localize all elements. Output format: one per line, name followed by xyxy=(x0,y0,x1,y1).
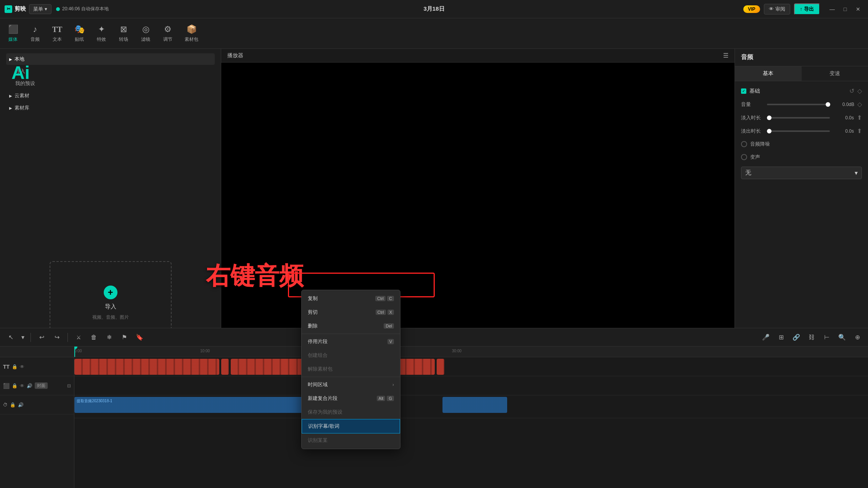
lock-icon-video[interactable]: 🔒 xyxy=(12,383,18,388)
toolbar-material[interactable]: 📦 素材包 xyxy=(185,24,198,43)
zoom-in-btn[interactable]: ⊕ xyxy=(851,331,863,344)
tab-basic[interactable]: 基本 xyxy=(735,66,802,81)
clip-3[interactable] xyxy=(231,359,303,375)
timeline-tracks: TT 🔒 👁 ⬛ 🔒 👁 🔊 封面 ⊟ ⏱ 🔒 🔊 xyxy=(0,347,868,488)
toolbar-text[interactable]: TT 文本 xyxy=(52,24,63,43)
volume-thumb[interactable] xyxy=(826,102,830,107)
select-dropdown[interactable]: ▾ xyxy=(20,331,26,344)
diamond-icon[interactable]: ◇ xyxy=(857,87,862,95)
filter-icon: ◎ xyxy=(140,24,151,35)
fade-out-thumb[interactable] xyxy=(767,129,772,133)
nav-local[interactable]: ▶ 本地 xyxy=(6,53,215,65)
flag-btn[interactable]: 🔖 xyxy=(133,331,146,344)
lib-arrow-icon: ▶ xyxy=(9,106,12,110)
noise-reduce-toggle[interactable] xyxy=(741,141,747,147)
eye-icon-text[interactable]: 👁 xyxy=(20,364,24,369)
divider-1 xyxy=(31,333,31,342)
media-label: 媒体 xyxy=(8,36,18,43)
text-track-icon: TT xyxy=(3,364,10,370)
ctx-new-composite[interactable]: 新建复合片段 Alt G xyxy=(302,392,400,405)
mic-btn[interactable]: 🎤 xyxy=(760,331,772,344)
volume-value: 0.0dB xyxy=(833,102,854,107)
zoom-out-btn[interactable]: 🔍 xyxy=(836,331,848,344)
ctx-time-range[interactable]: 时间区域 › xyxy=(302,378,400,392)
fade-in-up-icon[interactable]: ⬆ xyxy=(857,114,862,121)
material-icon: 📦 xyxy=(186,24,197,35)
ctx-set-my-preset-label: 保存为我的预设 xyxy=(308,409,342,416)
audio-icon-audio[interactable]: 🔊 xyxy=(18,402,24,408)
audio-label: 音频 xyxy=(31,36,40,43)
redo-btn[interactable]: ↪ xyxy=(51,331,63,344)
ruler-mark-30: 30:00 xyxy=(452,349,461,353)
eye-icon-video[interactable]: 👁 xyxy=(20,383,24,388)
timeline-ruler: 0:00 10:00 20:00 30:00 xyxy=(74,347,868,357)
toolbar-transition[interactable]: ⊠ 转场 xyxy=(118,24,129,43)
clip-2[interactable] xyxy=(221,359,229,375)
ctx-cut-shortcut: Ctrl X xyxy=(376,310,394,315)
fade-out-up-icon[interactable]: ⬆ xyxy=(857,127,862,135)
magnet-btn[interactable]: ⊞ xyxy=(775,331,787,344)
nav-material-lib[interactable]: ▶ 素材库 xyxy=(6,102,215,114)
ruler-spacer xyxy=(0,347,74,357)
tab-speed[interactable]: 变速 xyxy=(802,66,868,81)
export-button[interactable]: ↑ 导出 xyxy=(794,3,820,15)
ctx-freeze[interactable]: 停用片段 V xyxy=(302,335,400,348)
sticker-label: 贴纸 xyxy=(75,36,84,43)
fade-in-thumb[interactable] xyxy=(767,116,772,120)
toolbar-audio[interactable]: ♪ 音频 xyxy=(30,24,40,43)
toolbar-sticker[interactable]: 🎭 贴纸 xyxy=(74,24,85,43)
menu-button[interactable]: 菜单 ▾ xyxy=(29,4,51,14)
reset-icon[interactable]: ↺ xyxy=(849,87,854,95)
lock-icon-text[interactable]: 🔒 xyxy=(12,364,18,369)
link-btn[interactable]: 🔗 xyxy=(790,331,802,344)
audio-icon-video[interactable]: 🔊 xyxy=(27,383,32,388)
voice-change-dropdown[interactable]: 无 ▾ xyxy=(741,167,862,179)
toolbar-filter[interactable]: ◎ 滤镜 xyxy=(140,24,151,43)
nav-cloud[interactable]: ▶ 云素材 xyxy=(6,90,215,101)
toolbar-media[interactable]: ⬛ 媒体 xyxy=(8,24,18,43)
basic-checkbox[interactable]: ✓ xyxy=(741,88,746,94)
maximize-button[interactable]: □ xyxy=(840,4,850,14)
toolbar-adjust[interactable]: ⚙ 调节 xyxy=(162,24,173,43)
nav-my-presets[interactable]: 我的预设 xyxy=(6,78,215,89)
volume-slider[interactable] xyxy=(767,104,830,105)
ctx-freeze-shortcut: V xyxy=(387,339,394,344)
context-menu: 复制 Ctrl C 剪切 Ctrl X 删除 Del 停用片段 V 创建组合 解… xyxy=(301,290,400,449)
nav-import[interactable]: 导入 xyxy=(6,66,215,77)
toolbar-effects[interactable]: ✦ 特效 xyxy=(96,24,107,43)
player-menu-icon[interactable]: ☰ xyxy=(723,52,728,59)
ctx-cut[interactable]: 剪切 Ctrl X xyxy=(302,305,400,319)
select-tool[interactable]: ↖ xyxy=(5,331,17,344)
audio-clip-2[interactable] xyxy=(442,397,507,413)
split-btn[interactable]: ⚔ xyxy=(72,331,85,344)
vip-button[interactable]: VIP xyxy=(743,5,760,13)
undo-btn[interactable]: ↩ xyxy=(35,331,48,344)
lock-icon-audio[interactable]: 🔒 xyxy=(10,402,16,408)
cover-grid-icon: ⊟ xyxy=(67,383,71,388)
minimize-button[interactable]: — xyxy=(827,4,837,14)
close-button[interactable]: ✕ xyxy=(853,4,863,14)
unlink-btn[interactable]: ⛓ xyxy=(805,331,818,344)
ctx-dissolve: 解除素材包 xyxy=(302,362,400,376)
ctx-recognize-subtitle[interactable]: 识别字幕/歌词 xyxy=(302,419,400,433)
material-label: 素材包 xyxy=(185,36,198,43)
fade-out-slider[interactable] xyxy=(767,130,830,132)
delete-btn[interactable]: 🗑 xyxy=(88,331,100,344)
align-btn[interactable]: ⊢ xyxy=(821,331,833,344)
basic-section-header: ✓ 基础 ↺ ◇ xyxy=(741,87,862,95)
clip-7[interactable] xyxy=(437,359,444,375)
fade-in-label: 淡入时长 xyxy=(741,114,764,121)
ctx-delete-shortcut: Del xyxy=(384,323,394,329)
ctx-copy[interactable]: 复制 Ctrl C xyxy=(302,292,400,305)
volume-diamond-icon[interactable]: ◇ xyxy=(857,101,862,108)
freeze-btn[interactable]: ❄ xyxy=(103,331,115,344)
cover-badge: 封面 xyxy=(35,382,48,389)
voice-change-toggle[interactable] xyxy=(741,154,747,160)
ctx-delete[interactable]: 删除 Del xyxy=(302,319,400,333)
clip-1[interactable] xyxy=(74,359,219,375)
review-button[interactable]: 👁 审阅 xyxy=(764,4,790,14)
playhead xyxy=(74,347,75,357)
marker-btn[interactable]: ⚑ xyxy=(118,331,130,344)
track-label-video: ⬛ 🔒 👁 🔊 封面 ⊟ xyxy=(0,376,74,395)
fade-in-slider[interactable] xyxy=(767,117,830,119)
